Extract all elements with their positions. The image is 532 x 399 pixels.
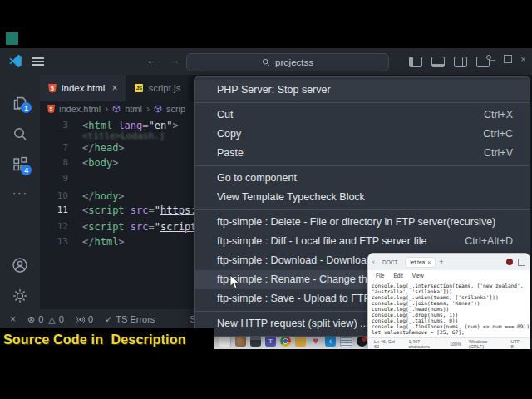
- tab-label: index.html: [62, 83, 105, 93]
- new-tab-icon[interactable]: +: [439, 258, 443, 266]
- top-black-band: [0, 0, 532, 48]
- taskbar-icon-cat-app[interactable]: [235, 336, 246, 347]
- notepad-maximize-icon[interactable]: [518, 259, 525, 266]
- tab-close-icon[interactable]: ×: [427, 259, 431, 265]
- menu-item-copy[interactable]: CopyCtrl+C: [195, 125, 530, 144]
- extensions-badge: 4: [21, 165, 32, 175]
- code-line-active: 11 <script src="https://: [40, 202, 209, 218]
- line-endings[interactable]: Windows (CRLF): [469, 339, 503, 349]
- close-button[interactable]: ×: [520, 54, 525, 64]
- back-arrow-icon[interactable]: ←: [146, 53, 158, 66]
- symbol-cube-icon: [112, 105, 121, 113]
- notepad-menu-bar: File Edit View: [368, 270, 530, 281]
- errors-status[interactable]: ⊗ 0: [27, 314, 43, 325]
- account-icon[interactable]: [11, 256, 29, 278]
- taskbar-icon-media-app[interactable]: [357, 336, 367, 347]
- tab-script-js[interactable]: JS script.js: [126, 75, 189, 101]
- notepad-status-bar: Ln 46, Col 62 1,407 characters 100% Wind…: [368, 337, 530, 349]
- error-icon: ⊗: [27, 314, 35, 325]
- cursor-position: Ln 46, Col 62: [374, 339, 401, 349]
- check-icon: ✓: [105, 314, 112, 325]
- html5-icon: 5: [47, 105, 55, 113]
- menu-item-php-server[interactable]: PHP Server: Stop server: [195, 80, 530, 100]
- menu-item-view-template-typecheck[interactable]: View Template Typecheck Block: [195, 188, 530, 207]
- zoom-level[interactable]: 100%: [450, 342, 461, 347]
- banner-text: Source Code in Description: [0, 332, 186, 347]
- notepad-menu-edit[interactable]: Edit: [393, 273, 402, 278]
- notepad-menu-file[interactable]: File: [376, 273, 384, 278]
- ports-status[interactable]: 0: [76, 314, 93, 324]
- menu-item-paste[interactable]: PasteCtrl+V: [195, 144, 530, 163]
- settings-gear-icon[interactable]: [11, 287, 29, 308]
- more-actions-icon[interactable]: ···: [12, 186, 28, 199]
- html5-icon: 5: [48, 84, 57, 93]
- window-controls: – ×: [490, 54, 526, 64]
- toggle-sidebar-icon[interactable]: [409, 57, 422, 67]
- search-input[interactable]: projectss: [186, 53, 389, 71]
- symbol-cube-icon: [154, 105, 162, 113]
- menu-item-cut[interactable]: CutCtrl+X: [195, 106, 530, 125]
- taskbar-icon-chrome[interactable]: [280, 336, 291, 347]
- minimize-button[interactable]: –: [490, 54, 495, 64]
- taskbar-icon-folder[interactable]: [295, 336, 306, 347]
- breadcrumb-item-scrip[interactable]: scrip: [166, 104, 185, 114]
- ts-errors-status[interactable]: ✓ TS Errors: [105, 314, 155, 325]
- bottom-black-band: [0, 349, 532, 399]
- taskbar-icon-teams[interactable]: T: [265, 336, 276, 347]
- menu-separator: [195, 209, 529, 210]
- breadcrumb-item-file[interactable]: index.html: [59, 104, 101, 114]
- tab-close-icon[interactable]: ×: [111, 82, 117, 94]
- encoding[interactable]: UTF-8: [511, 339, 524, 349]
- forward-arrow-icon[interactable]: →: [169, 53, 180, 66]
- menu-item-ftp-diff[interactable]: ftp-simple : Diff - Local file and FTP s…: [195, 232, 530, 251]
- search-value: projectss: [275, 57, 313, 67]
- teal-accent-square: [6, 32, 18, 45]
- remote-close-icon[interactable]: ×: [10, 313, 16, 325]
- toggle-secondary-sidebar-icon[interactable]: [454, 57, 467, 67]
- explorer-badge: 1: [21, 102, 32, 113]
- taskbar-icon-health-app[interactable]: ♥: [310, 336, 321, 347]
- code-line: 12 <script src="script.: [40, 219, 203, 234]
- notepad-tab-doct[interactable]: DOCT: [378, 258, 401, 267]
- menu-hamburger-icon[interactable]: [32, 57, 44, 66]
- menu-item-ftp-delete[interactable]: ftp-simple : Delete - File or directory …: [195, 213, 530, 232]
- notepad-menu-view[interactable]: View: [412, 273, 424, 278]
- code-line: 13 </html>: [40, 234, 125, 249]
- breadcrumb-item-html[interactable]: html: [125, 104, 142, 114]
- title-bar: ← → projectss – ×: [0, 48, 532, 76]
- notepad-code-area[interactable]: console.log(_.intersection(teams, ['new …: [368, 281, 530, 337]
- menu-separator: [195, 165, 529, 166]
- warning-icon: △: [48, 314, 55, 325]
- vscode-logo-icon: [8, 54, 22, 71]
- menu-separator: [195, 102, 529, 103]
- char-count: 1,407 characters: [408, 339, 442, 349]
- notepad-tab-let-tea[interactable]: let tea ×: [405, 257, 436, 268]
- chevron-right-icon: ›: [105, 103, 108, 115]
- search-sidebar-icon[interactable]: [11, 125, 29, 146]
- search-icon: [262, 58, 270, 66]
- warnings-status[interactable]: △ 0: [48, 314, 64, 325]
- code-line: 8 <body>: [40, 155, 118, 170]
- layout-controls: [409, 57, 490, 67]
- toggle-panel-icon[interactable]: [431, 57, 445, 67]
- code-line: 7 </head>: [40, 140, 125, 155]
- video-banner: Source Code in Description: [0, 328, 214, 351]
- notepad-window: ‹ DOCT let tea × + File Edit View consol…: [367, 253, 530, 349]
- customize-layout-icon[interactable]: [476, 57, 490, 67]
- mouse-cursor: [229, 274, 240, 293]
- taskbar-icon-vscode[interactable]: ‹: [325, 336, 336, 347]
- notepad-tab-bar: ‹ DOCT let tea × +: [368, 254, 530, 270]
- chevron-right-icon: ›: [146, 103, 150, 115]
- recording-dot-icon: [506, 259, 513, 265]
- menu-item-go-to-component[interactable]: Go to component: [195, 169, 530, 188]
- js-icon: JS: [135, 84, 143, 92]
- tab-index-html[interactable]: 5 index.html ×: [40, 75, 126, 101]
- taskbar-icon-file-explorer-dark[interactable]: [250, 336, 261, 347]
- tab-label: script.js: [148, 83, 180, 93]
- radio-tower-icon: [76, 315, 85, 324]
- code-line: 9: [40, 170, 82, 186]
- tab-nav-back-icon[interactable]: ‹: [372, 258, 375, 266]
- maximize-button[interactable]: [504, 55, 512, 63]
